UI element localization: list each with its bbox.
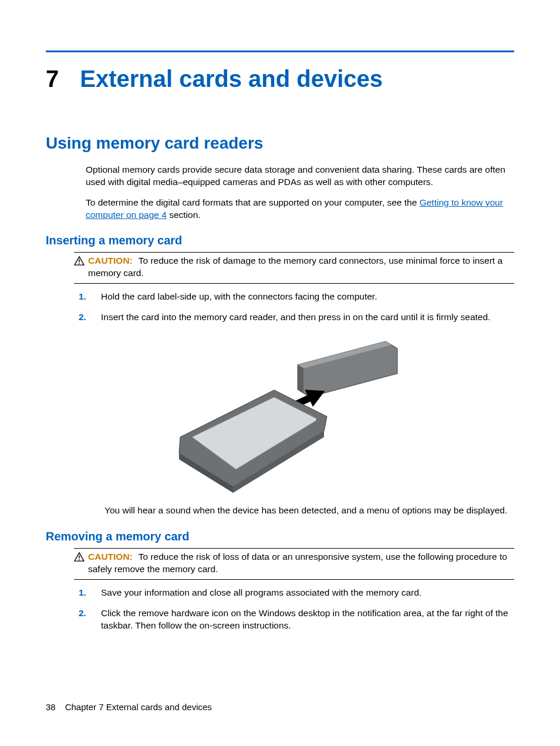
caution-icon	[74, 552, 85, 576]
caution-body: To reduce the risk of loss of data or an…	[88, 552, 507, 574]
figure-memory-card-insert	[46, 334, 514, 493]
step-text: Hold the card label-side up, with the co…	[101, 291, 514, 303]
step-number: 2.	[79, 607, 89, 632]
body-paragraph: You will hear a sound when the device ha…	[104, 505, 514, 517]
step-number: 1.	[79, 587, 89, 599]
svg-point-3	[79, 559, 80, 560]
text-run: section.	[167, 210, 201, 220]
step-number: 2.	[79, 311, 89, 324]
section-body: Optional memory cards provide secure dat…	[86, 164, 514, 221]
footer-chapter-label: Chapter 7 External cards and devices	[65, 702, 212, 712]
subsection-heading-removing: Removing a memory card	[46, 529, 514, 545]
caution-callout: CAUTION:To reduce the risk of loss of da…	[74, 548, 514, 580]
procedure-list-removing: 1. Save your information and close all p…	[79, 587, 514, 632]
step-text: Save your information and close all prog…	[101, 587, 514, 599]
body-paragraph: To determine the digital card formats th…	[86, 197, 514, 221]
body-paragraph: Optional memory cards provide secure dat…	[86, 164, 514, 189]
list-item: 1. Save your information and close all p…	[79, 587, 514, 599]
step-text: Click the remove hardware icon on the Wi…	[101, 607, 514, 632]
step-number: 1.	[79, 291, 89, 303]
section-heading-memory-readers: Using memory card readers	[46, 132, 514, 154]
svg-point-1	[79, 263, 80, 264]
caution-label: CAUTION:	[88, 552, 139, 562]
text-run: To determine the digital card formats th…	[86, 197, 420, 207]
step-text: Insert the card into the memory card rea…	[101, 311, 514, 324]
chapter-number: 7	[46, 63, 59, 95]
page-number: 38	[46, 702, 56, 712]
procedure-list-inserting: 1. Hold the card label-side up, with the…	[79, 291, 514, 324]
caution-body: To reduce the risk of damage to the memo…	[88, 256, 502, 278]
document-page: 7 External cards and devices Using memor…	[0, 0, 560, 746]
caution-label: CAUTION:	[88, 256, 139, 266]
list-item: 2. Insert the card into the memory card …	[79, 311, 514, 324]
subsection-heading-inserting: Inserting a memory card	[46, 233, 514, 248]
caution-text: CAUTION:To reduce the risk of loss of da…	[88, 551, 514, 576]
list-item: 2. Click the remove hardware icon on the…	[79, 607, 514, 632]
caution-icon	[74, 256, 85, 280]
chapter-title: External cards and devices	[80, 63, 383, 95]
list-item: 1. Hold the card label-side up, with the…	[79, 291, 514, 303]
caution-callout: CAUTION:To reduce the risk of damage to …	[74, 252, 514, 284]
chapter-heading: 7 External cards and devices	[46, 63, 514, 95]
chapter-rule	[46, 51, 514, 52]
page-footer: 38Chapter 7 External cards and devices	[46, 701, 212, 713]
caution-text: CAUTION:To reduce the risk of damage to …	[88, 255, 514, 280]
